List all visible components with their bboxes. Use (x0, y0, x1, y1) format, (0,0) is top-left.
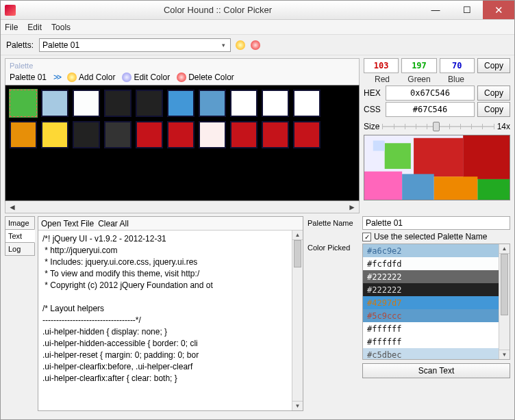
swatch[interactable] (10, 121, 37, 148)
svg-rect-2 (414, 138, 463, 176)
svg-rect-5 (402, 174, 434, 200)
picked-color-item[interactable]: #ffffff (363, 322, 510, 335)
scan-text-button[interactable]: Scan Text (362, 363, 510, 378)
hex-value: 0x67C546 (386, 86, 475, 101)
swatch[interactable] (73, 121, 100, 148)
palettes-label: Paletts: (6, 40, 34, 50)
zoom-preview (364, 135, 510, 200)
palette-expand-icon[interactable]: >> (53, 73, 60, 82)
picked-color-item[interactable]: #c5dbec (363, 348, 510, 360)
clear-all-button[interactable]: Clear All (98, 219, 129, 228)
delete-color-icon (177, 73, 186, 82)
chevron-down-icon: ▾ (218, 42, 229, 49)
green-value: 197 (401, 58, 436, 73)
add-color-icon (67, 73, 77, 82)
menu-file[interactable]: File (5, 23, 18, 32)
hex-label: HEX (364, 88, 383, 98)
color-picked-label: Color Picked (307, 244, 360, 252)
swatch[interactable] (167, 121, 194, 148)
scroll-left-icon[interactable]: ◄ (8, 202, 16, 212)
palette-name-input[interactable]: Palette 01 (362, 216, 510, 230)
svg-rect-8 (373, 141, 385, 151)
remove-palette-icon[interactable] (250, 40, 261, 51)
swatch[interactable] (136, 90, 163, 117)
add-color-button[interactable]: Add Color (67, 73, 115, 82)
close-button[interactable]: ✕ (483, 1, 514, 19)
swatch[interactable] (167, 90, 194, 117)
menubar: File Edit Tools (1, 20, 514, 35)
picked-color-item[interactable]: #4297d7 (363, 296, 510, 309)
maximize-button[interactable]: ☐ (451, 1, 483, 19)
picked-color-item[interactable]: #222222 (363, 270, 510, 283)
scroll-right-icon[interactable]: ► (348, 202, 356, 212)
swatch[interactable] (262, 90, 289, 117)
swatch[interactable] (199, 121, 226, 148)
swatch[interactable] (73, 90, 100, 117)
copy-css-button[interactable]: Copy (477, 102, 510, 117)
window-title: Color Hound :: Color Picker (16, 5, 420, 15)
swatch[interactable] (293, 90, 321, 117)
swatch[interactable] (199, 90, 226, 117)
picked-color-item[interactable]: #222222 (363, 283, 510, 296)
picked-color-item[interactable]: #5c9ccc (363, 309, 510, 322)
picked-color-item[interactable]: #ffffff (363, 335, 510, 348)
size-label: Size (364, 122, 379, 131)
picked-color-item[interactable]: #fcfdfd (363, 257, 510, 270)
css-label: CSS (364, 105, 383, 114)
svg-rect-4 (364, 172, 402, 200)
css-value: #67C546 (386, 102, 475, 117)
svg-rect-6 (434, 176, 478, 200)
swatch[interactable] (104, 121, 131, 148)
palette-combo[interactable]: Palette 01 ▾ (39, 38, 231, 52)
swatch[interactable] (41, 121, 68, 148)
swatch[interactable] (293, 121, 321, 148)
svg-rect-1 (385, 143, 411, 169)
palette-scrollbar[interactable]: ◄► (5, 201, 360, 213)
swatch[interactable] (104, 90, 131, 117)
tab-text[interactable]: Text (5, 229, 35, 243)
svg-rect-3 (463, 135, 510, 179)
palette-header: Palette Palette 01 >> Add Color Edit Col… (5, 58, 360, 85)
palette-combo-value: Palette 01 (42, 40, 79, 50)
swatch[interactable] (262, 121, 289, 148)
picked-color-item[interactable]: #a6c9e2 (363, 244, 510, 257)
text-content: /*! jQuery UI - v1.9.2 - 2012-12-31 * ht… (42, 234, 213, 383)
menu-tools[interactable]: Tools (51, 23, 71, 32)
tab-log[interactable]: Log (5, 242, 35, 256)
swatch[interactable] (41, 90, 68, 117)
use-selected-label: Use the selected Palette Name (374, 232, 487, 241)
delete-color-button[interactable]: Delete Color (177, 73, 234, 82)
add-palette-icon[interactable] (235, 40, 246, 51)
menu-edit[interactable]: Edit (27, 23, 42, 32)
palette-name-label: Palette Name (307, 219, 360, 227)
picklist-scrollbar[interactable]: ▲▼ (499, 244, 510, 359)
side-tabs: Image Text Log (5, 216, 35, 411)
swatch[interactable] (230, 90, 258, 117)
swatch[interactable] (10, 90, 37, 117)
minimize-button[interactable]: — (420, 1, 451, 19)
swatch[interactable] (230, 121, 258, 148)
toolbar: Paletts: Palette 01 ▾ (1, 35, 514, 55)
blue-label: Blue (438, 75, 475, 84)
red-value: 103 (364, 58, 399, 73)
edit-color-button[interactable]: Edit Color (122, 73, 170, 82)
tab-image[interactable]: Image (5, 216, 35, 230)
palette-name: Palette 01 (10, 73, 47, 82)
slider-thumb[interactable] (433, 122, 440, 131)
palette-group-label: Palette (10, 62, 355, 70)
app-icon (5, 5, 16, 16)
text-area[interactable]: /*! jQuery UI - v1.9.2 - 2012-12-31 * ht… (38, 231, 303, 410)
open-text-file-button[interactable]: Open Text File (41, 219, 94, 228)
color-picked-list[interactable]: ▲▼ #a6c9e2#fcfdfd#222222#222222#4297d7#5… (362, 244, 510, 360)
svg-rect-7 (477, 179, 510, 200)
text-scrollbar[interactable]: ▲▼ (292, 231, 303, 410)
green-label: Green (401, 75, 438, 84)
copy-rgb-button[interactable]: Copy (477, 58, 510, 73)
titlebar: Color Hound :: Color Picker — ☐ ✕ (1, 1, 514, 20)
zoom-slider[interactable] (382, 120, 494, 133)
red-label: Red (364, 75, 401, 84)
use-selected-checkbox[interactable]: ✓ (362, 233, 371, 241)
palette-grid (5, 85, 360, 201)
swatch[interactable] (136, 121, 163, 148)
copy-hex-button[interactable]: Copy (477, 86, 510, 101)
